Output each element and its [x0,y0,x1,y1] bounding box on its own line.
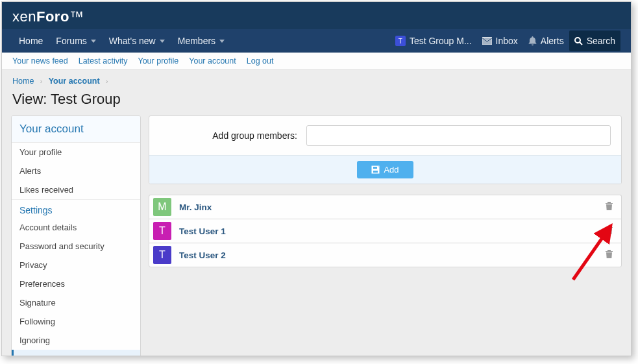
sidebar-item-likes[interactable]: Likes received [12,180,140,199]
sidebar-item-password[interactable]: Password and security [12,237,140,256]
subnav-profile[interactable]: Your profile [138,56,178,66]
member-name-link[interactable]: Test User 1 [179,226,593,236]
svg-rect-13 [609,253,609,257]
nav-alerts-label: Alerts [541,36,564,46]
breadcrumb-current[interactable]: Your account [49,77,100,86]
add-button[interactable]: Add [357,161,413,178]
nav-inbox[interactable]: Inbox [477,30,523,51]
search-icon [574,37,583,45]
nav-label: What's new [109,36,156,46]
logo[interactable]: xenForo™ [12,6,620,29]
add-members-label: Add group members: [160,130,306,141]
app-header: xenForo™ Home Forums What's new Members [2,2,631,53]
subnav-newsfeed[interactable]: Your news feed [12,56,68,66]
trash-icon[interactable] [601,199,617,216]
sidebar-item-account[interactable]: Account details [12,218,140,237]
avatar-chip: T [395,36,406,46]
nav-label: Home [19,36,43,46]
trash-icon[interactable] [601,247,617,264]
member-row: TTest User 2 [149,243,622,267]
sidebar-heading: Your account [12,116,140,143]
sidebar-subheading-settings: Settings [12,199,140,218]
chevron-right-icon: › [36,78,46,85]
nav-forums[interactable]: Forums [49,30,102,51]
subnav-account[interactable]: Your account [189,56,236,66]
avatar: T [153,246,171,264]
nav-home[interactable]: Home [12,30,49,51]
chevron-down-icon [160,40,165,43]
add-members-input[interactable] [306,125,611,146]
sidebar-item-alerts[interactable]: Alerts [12,162,140,180]
sidebar-item-ignoring[interactable]: Ignoring [12,331,140,350]
svg-rect-10 [609,229,609,233]
sidebar-item-following[interactable]: Following [12,312,140,331]
svg-rect-12 [607,253,608,257]
svg-rect-11 [610,229,611,233]
avatar: T [153,222,171,240]
trash-icon[interactable] [601,223,617,240]
member-list: MMr. JinxTTest User 1TTest User 2 [149,195,622,267]
svg-line-2 [580,42,582,45]
svg-rect-14 [610,253,611,257]
breadcrumb: Home › Your account › [2,70,631,88]
svg-rect-7 [609,205,609,209]
add-members-panel: Add group members: Add [149,115,622,184]
chevron-down-icon [219,40,225,43]
sidebar-item-profile[interactable]: Your profile [12,143,140,162]
nav-whatsnew[interactable]: What's new [103,30,171,51]
nav-user[interactable]: T Test Group M... [390,30,477,51]
svg-rect-4 [373,167,377,169]
avatar: M [153,198,171,216]
sidebar-item-privacy[interactable]: Privacy [12,256,140,274]
subnav-latest[interactable]: Latest activity [79,56,128,66]
chevron-down-icon [91,40,96,43]
breadcrumb-home[interactable]: Home [12,77,34,86]
member-row: TTest User 1 [149,219,622,243]
nav-inbox-label: Inbox [496,36,518,46]
svg-rect-8 [610,205,611,209]
nav-members[interactable]: Members [171,30,231,51]
envelope-icon [482,37,492,45]
nav-search[interactable]: Search [569,30,620,51]
main-navbar: Home Forums What's new Members T [2,29,631,53]
bell-icon [528,36,537,45]
save-icon [371,165,380,174]
svg-point-1 [575,38,580,43]
add-button-label: Add [384,165,399,175]
member-name-link[interactable]: Mr. Jinx [179,202,593,212]
sidebar-item-preferences[interactable]: Preferences [12,274,140,293]
account-sidebar: Your account Your profile Alerts Likes r… [11,115,141,356]
page-title: View: Test Group [2,88,631,115]
nav-user-name: Test Group M... [410,36,472,46]
chevron-right-icon: › [102,78,112,85]
svg-rect-6 [607,205,608,209]
nav-search-label: Search [587,36,615,46]
nav-label: Members [178,36,215,46]
sidebar-item-signature[interactable]: Signature [12,293,140,312]
member-name-link[interactable]: Test User 2 [179,250,593,260]
sidebar-item-moderated-groups[interactable]: Moderated groups [12,350,140,356]
nav-label: Forums [56,36,86,46]
subnav-logout[interactable]: Log out [247,56,274,66]
svg-rect-9 [607,229,608,233]
svg-rect-5 [373,171,378,173]
member-row: MMr. Jinx [149,195,622,219]
nav-alerts[interactable]: Alerts [523,30,569,51]
sub-navigation: Your news feed Latest activity Your prof… [2,53,631,70]
